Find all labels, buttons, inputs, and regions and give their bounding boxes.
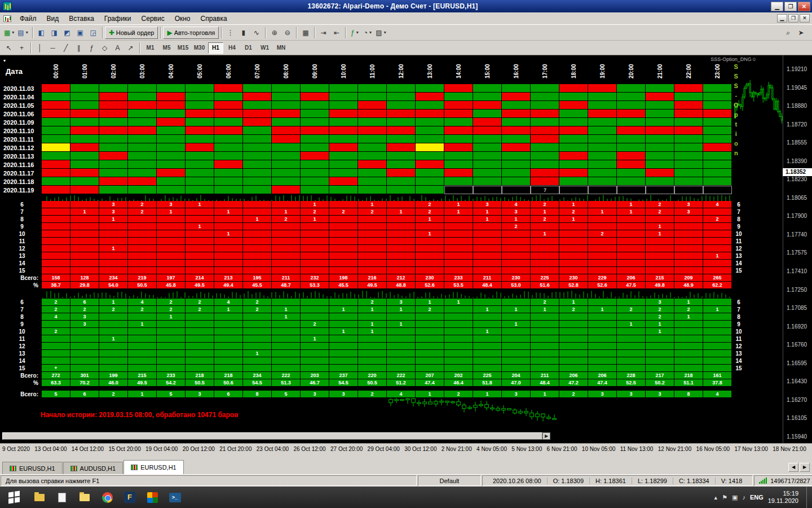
heatmap-cell	[703, 169, 732, 177]
taskbar-office-icon[interactable]	[142, 488, 162, 506]
navigator-button[interactable]: ◩	[61, 27, 74, 39]
menu-item[interactable]: Окно	[170, 13, 196, 24]
candle-chart-button[interactable]: ▮	[237, 27, 250, 39]
stat-cell	[531, 343, 559, 350]
new-order-button[interactable]: ✚Новый ордер	[105, 27, 158, 39]
tab-scroll-right-icon[interactable]: ▶	[800, 463, 810, 472]
stat-cell	[674, 216, 703, 223]
shapes-button[interactable]: ◇	[98, 42, 111, 54]
timeframe-h4[interactable]: H4	[224, 42, 240, 54]
stat-cell: 1	[301, 216, 329, 223]
stat-cell: 1	[444, 208, 473, 216]
timeframe-mn[interactable]: MN	[273, 42, 289, 54]
taskbar-folder-icon[interactable]	[74, 488, 95, 506]
trendline-button[interactable]: ╱	[59, 42, 72, 54]
menu-item[interactable]: Справка	[196, 13, 232, 24]
stat-cell	[157, 357, 186, 365]
fibonacci-button[interactable]: ƒ	[85, 42, 98, 54]
community-button[interactable]: ➤	[795, 27, 807, 39]
line-chart-button[interactable]: ∿	[250, 27, 263, 39]
text-button[interactable]: A	[111, 42, 124, 54]
bottom-total-cell: 2	[99, 391, 128, 398]
chart-shift-button[interactable]: ⇤	[330, 27, 343, 39]
tray-display-icon[interactable]: ▣	[732, 494, 738, 501]
search-button[interactable]: ⌕	[782, 27, 795, 39]
autotrading-button[interactable]: ▶Авто-торговля	[163, 27, 219, 39]
tile-windows-button[interactable]: ▦	[299, 27, 312, 39]
stat-cell	[128, 335, 157, 343]
auto-scroll-button[interactable]: ⇥	[317, 27, 330, 39]
menu-item[interactable]: Файл	[15, 13, 42, 24]
stat-cell	[559, 230, 588, 238]
restore-button[interactable]: ❐	[784, 2, 797, 11]
toolbar-line-studies: ↖+│─╱∥ƒ◇A↗M1M5M15M30H1H4D1W1MN	[0, 41, 812, 55]
menu-item[interactable]: Вставка	[64, 13, 99, 24]
vertical-line-button[interactable]: │	[33, 42, 46, 54]
new-chart-button[interactable]: ▦▾	[2, 27, 16, 39]
child-minimize-button[interactable]: ▁	[777, 14, 787, 23]
crosshair-button[interactable]: +	[15, 42, 28, 54]
taskbar-chrome-icon[interactable]	[97, 488, 117, 506]
arrow-tools-button[interactable]: ↗	[124, 42, 137, 54]
cursor-button[interactable]: ↖	[2, 42, 15, 54]
taskbar-documents-icon[interactable]	[52, 488, 72, 506]
periods-button[interactable]: ◔▾	[361, 27, 374, 39]
taskbar-powershell-icon[interactable]: >_	[165, 488, 185, 506]
minimize-button[interactable]: ▁	[771, 2, 783, 11]
timeframe-m1[interactable]: M1	[143, 42, 158, 54]
timeframe-m30[interactable]: M30	[192, 42, 207, 54]
menu-item[interactable]: Вид	[42, 13, 64, 24]
stat-cell	[243, 260, 272, 267]
heatmap-cell	[301, 135, 329, 143]
profiles-button[interactable]: ▤▾	[16, 27, 29, 39]
chart-tab[interactable]: AUDUSD,H1	[63, 462, 123, 474]
tray-volume-icon[interactable]: ♪	[742, 494, 745, 501]
terminal-button[interactable]: ▣	[74, 27, 87, 39]
heatmap-cell	[674, 143, 703, 152]
taskbar-metatrader-icon[interactable]: F	[120, 488, 140, 506]
taskbar-clock[interactable]: 15:19 19.11.2020	[768, 490, 802, 505]
timeframe-d1[interactable]: D1	[241, 42, 256, 54]
timeframe-w1[interactable]: W1	[257, 42, 272, 54]
child-close-button[interactable]: ✕	[800, 14, 810, 23]
templates-button[interactable]: ▨▾	[374, 27, 387, 39]
data-window-button[interactable]: ◨	[48, 27, 61, 39]
scrollbar-right-arrow-icon[interactable]: ▶	[542, 432, 550, 440]
percent-cell: 47.0	[502, 379, 531, 387]
bar-chart-button[interactable]: ⋮	[224, 27, 237, 39]
stat-cell	[703, 328, 732, 335]
tray-flag-icon[interactable]: ⚑	[722, 494, 727, 501]
total-cell: 158	[42, 274, 70, 282]
status-profile[interactable]: Default	[418, 475, 481, 486]
strategy-tester-button[interactable]: ◲	[87, 27, 100, 39]
tab-scroll-left-icon[interactable]: ◀	[788, 463, 798, 472]
chart-area[interactable]: SSS-Option_DNG☺ SSS-Option ▾ Дата00:0001…	[0, 55, 812, 454]
horizontal-scrollbar[interactable]: ▶	[2, 432, 550, 440]
start-button[interactable]	[0, 487, 28, 508]
menu-item[interactable]: Графики	[99, 13, 136, 24]
row-label-left: 7	[2, 208, 42, 216]
chart-tab[interactable]: EURUSD,H1	[123, 460, 184, 474]
scrollbar-thumb[interactable]	[2, 432, 542, 440]
timeframe-m5[interactable]: M5	[159, 42, 174, 54]
heatmap-cell	[99, 160, 128, 169]
zoom-out-button[interactable]: ⊖	[281, 27, 294, 39]
market-watch-button[interactable]: ◧	[35, 27, 48, 39]
stat-cell	[272, 335, 301, 343]
tray-expand-icon[interactable]: ▴	[714, 494, 718, 501]
chart-tab[interactable]: EURUSD,H1	[2, 462, 63, 474]
timeframe-m15[interactable]: M15	[175, 42, 191, 54]
taskbar-explorer-icon[interactable]	[29, 488, 50, 506]
language-indicator[interactable]: ENG	[750, 494, 764, 501]
close-button[interactable]: ✕	[798, 2, 810, 11]
timeframe-h1[interactable]: H1	[208, 42, 223, 54]
channel-button[interactable]: ∥	[72, 42, 85, 54]
percent-cell: 53.0	[502, 282, 531, 289]
zoom-in-button[interactable]: ⊕	[268, 27, 281, 39]
child-restore-button[interactable]: ❐	[788, 14, 798, 23]
horizontal-line-button[interactable]: ─	[46, 42, 59, 54]
menu-item[interactable]: Сервис	[136, 13, 170, 24]
stat-cell	[703, 299, 732, 306]
indicators-button[interactable]: ƒ▾	[348, 27, 361, 39]
show-desktop-button[interactable]	[806, 487, 810, 508]
